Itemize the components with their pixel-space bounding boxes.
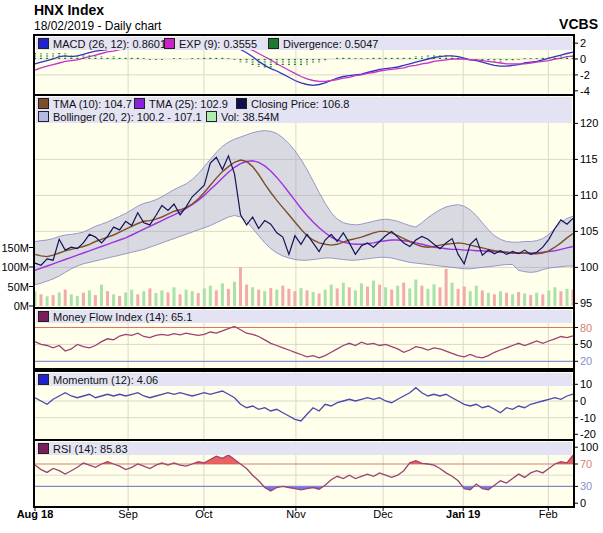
price-legend: Bollinger (20, 2): 100.2 - 107.1Vol: 38.… — [36, 110, 572, 123]
price-tick-label: 120 — [580, 118, 598, 129]
chart-subtitle: 18/02/2019 - Daily chart — [34, 19, 161, 33]
momentum-tick-label: 10 — [580, 379, 592, 390]
legend-swatch-icon — [164, 38, 175, 49]
price-tick-label: 110 — [580, 190, 598, 201]
page-title: HNX Index — [34, 2, 104, 18]
mfi-legend-item: Money Flow Index (14): 65.1 — [38, 310, 192, 323]
mfi-legend: Money Flow Index (14): 65.1 — [36, 310, 572, 323]
price-legend-item: Bollinger (20, 2): 100.2 - 107.1 — [38, 110, 202, 123]
legend-swatch-icon — [38, 111, 49, 122]
price-legend: TMA (10): 104.7TMA (25): 102.9Closing Pr… — [36, 97, 572, 110]
mfi-tick-label: 50 — [580, 339, 592, 350]
legend-label: Momentum (12): 4.06 — [53, 374, 158, 386]
x-axis-month-label: Oct — [195, 508, 212, 520]
legend-swatch-icon — [38, 98, 49, 109]
momentum-legend: Momentum (12): 4.06 — [36, 373, 572, 386]
momentum-tick-label: -20 — [580, 429, 596, 440]
x-axis-month-label: Dec — [373, 508, 393, 520]
momentum-tick-label: 0 — [580, 396, 586, 407]
legend-swatch-icon — [268, 38, 279, 49]
legend-swatch-icon — [206, 111, 217, 122]
macd-tick-label: 2 — [580, 38, 586, 49]
legend-label: TMA (10): 104.7 — [53, 98, 132, 110]
legend-label: Divergence: 0.5047 — [283, 38, 378, 50]
legend-swatch-icon — [38, 311, 49, 322]
rsi-legend: RSI (14): 85.83 — [36, 442, 572, 455]
volume-tick-label: 0M — [1, 301, 29, 312]
legend-swatch-icon — [38, 38, 49, 49]
price-legend-item: TMA (25): 102.9 — [134, 97, 228, 110]
x-axis-month-label: Feb — [539, 508, 558, 520]
volume-tick-label: 100M — [1, 262, 29, 273]
macd-tick-label: -2 — [580, 70, 590, 81]
x-axis-month-label: Jan 19 — [446, 508, 480, 520]
legend-swatch-icon — [38, 374, 49, 385]
macd-legend-item: Divergence: 0.5047 — [268, 37, 378, 50]
price-legend-item: TMA (10): 104.7 — [38, 97, 132, 110]
rsi-tick-label: 0 — [580, 498, 586, 509]
legend-label: RSI (14): 85.83 — [53, 443, 128, 455]
mfi-tick-label: 80 — [580, 323, 592, 334]
rsi-tick-label: 30 — [580, 481, 592, 492]
legend-swatch-icon — [38, 443, 49, 454]
legend-label: EXP (9): 0.3555 — [179, 38, 257, 50]
price-legend-item: Vol: 38.54M — [206, 110, 279, 123]
macd-legend: MACD (26, 12): 0.8601EXP (9): 0.3555Dive… — [36, 37, 572, 50]
brand-logo: VCBS — [559, 16, 598, 32]
rsi-tick-label: 100 — [580, 442, 598, 453]
legend-label: Money Flow Index (14): 65.1 — [53, 311, 192, 323]
legend-label: Closing Price: 106.8 — [251, 98, 349, 110]
x-axis-month-label: Sep — [118, 508, 138, 520]
legend-label: TMA (25): 102.9 — [149, 98, 228, 110]
price-tick-label: 105 — [580, 226, 598, 237]
legend-label: MACD (26, 12): 0.8601 — [53, 38, 166, 50]
price-tick-label: 115 — [580, 154, 598, 165]
legend-label: Bollinger (20, 2): 100.2 - 107.1 — [53, 111, 202, 123]
price-tick-label: 100 — [580, 262, 598, 273]
volume-tick-label: 150M — [1, 243, 29, 254]
macd-tick-label: -4 — [580, 86, 590, 97]
price-tick-label: 95 — [580, 298, 592, 309]
macd-legend-item: EXP (9): 0.3555 — [164, 37, 257, 50]
momentum-legend-item: Momentum (12): 4.06 — [38, 373, 158, 386]
mfi-tick-label: 20 — [580, 356, 592, 367]
price-legend-item: Closing Price: 106.8 — [236, 97, 349, 110]
chart-window: HNX Index 18/02/2019 - Daily chart VCBS … — [0, 0, 603, 533]
legend-swatch-icon — [236, 98, 247, 109]
legend-label: Vol: 38.54M — [221, 111, 279, 123]
macd-legend-item: MACD (26, 12): 0.8601 — [38, 37, 166, 50]
rsi-legend-item: RSI (14): 85.83 — [38, 442, 128, 455]
x-axis-month-label: Nov — [286, 508, 306, 520]
legend-swatch-icon — [134, 98, 145, 109]
rsi-tick-label: 70 — [580, 459, 592, 470]
macd-tick-label: 0 — [580, 54, 586, 65]
x-axis-month-label: Aug 18 — [17, 508, 54, 520]
volume-tick-label: 50M — [1, 282, 29, 293]
momentum-tick-label: -10 — [580, 413, 596, 424]
